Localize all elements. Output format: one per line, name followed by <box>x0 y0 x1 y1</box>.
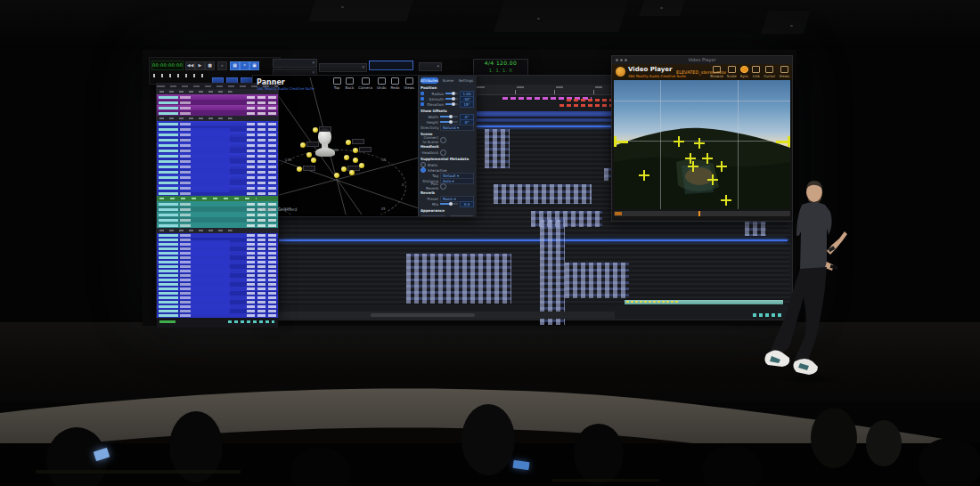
video-toolbar-button[interactable]: Views <box>779 66 789 78</box>
panner-toolbar-button[interactable]: Redo <box>390 77 399 90</box>
playhead-marker[interactable] <box>698 211 700 216</box>
audio-object-sphere[interactable] <box>297 166 302 172</box>
toggle[interactable] <box>440 150 446 156</box>
slider[interactable] <box>440 116 458 117</box>
snap-toggle-button[interactable]: ▣ <box>249 61 259 70</box>
audio-object-sphere[interactable] <box>311 158 316 163</box>
grid-dropdown[interactable]: ▾ <box>419 62 442 71</box>
group-teal <box>157 196 278 228</box>
slider[interactable] <box>440 203 458 205</box>
zoom-icon[interactable] <box>625 59 627 61</box>
tool-icon <box>740 66 748 73</box>
slider[interactable] <box>445 98 458 100</box>
panner-toolbar-button[interactable]: Views <box>404 77 414 90</box>
slider[interactable] <box>440 121 458 123</box>
preset-dropdown[interactable]: ▾ <box>273 59 317 68</box>
object-crosshair-marker[interactable] <box>721 195 731 206</box>
inspector-tab[interactable]: Settings <box>458 77 474 84</box>
audio-object-sphere[interactable] <box>353 158 358 163</box>
audio-object-sphere[interactable] <box>359 163 364 168</box>
field-label: Preset <box>421 197 438 201</box>
grid-toggle-button[interactable]: ▦ <box>230 61 240 70</box>
audio-object-sphere[interactable] <box>353 148 358 153</box>
panner-window: Panner 360 Reality Audio Creative Suite … <box>252 75 477 217</box>
video-toolbar-button[interactable]: Cursor <box>764 66 775 78</box>
audio-object-sphere[interactable] <box>341 166 347 172</box>
field-label: Connect to Scene <box>421 135 438 144</box>
object-crosshair-marker[interactable] <box>707 174 718 185</box>
object-crosshair-marker[interactable] <box>694 138 705 149</box>
zoom-tool-button[interactable]: ⌕ <box>217 61 227 70</box>
stop-button[interactable]: ■ <box>205 61 215 70</box>
object-crosshair-marker[interactable] <box>688 161 698 172</box>
clip-cluster[interactable] <box>540 220 565 325</box>
audio-region-bar[interactable] <box>625 300 783 304</box>
panner-toolbar-button[interactable]: Undo <box>377 77 386 90</box>
dropdown[interactable]: Natural ▾ <box>440 125 474 131</box>
enable-checkbox[interactable] <box>421 92 424 95</box>
audio-object-sphere[interactable] <box>300 142 306 148</box>
dropdown[interactable]: Auto ▾ <box>440 178 474 184</box>
audio-object-sphere[interactable] <box>306 152 312 158</box>
inspector-footer-button[interactable]: Reset <box>421 215 446 216</box>
audio-object-sphere[interactable] <box>334 173 339 178</box>
panner-toolbar-button[interactable]: Back <box>346 77 355 90</box>
video-player-title: Video Player <box>628 66 673 73</box>
selection-field[interactable] <box>369 61 413 70</box>
clip-cluster[interactable] <box>565 263 629 298</box>
video-window-titlebar[interactable]: Video Player <box>612 56 792 64</box>
slider[interactable] <box>445 93 458 94</box>
inspector-tab[interactable]: Scene <box>440 77 456 84</box>
video-toolbar-button[interactable]: Scale <box>727 66 737 78</box>
enable-checkbox[interactable] <box>421 97 424 101</box>
panner-toolbar-button[interactable]: Top <box>333 77 341 90</box>
edge-wrap-marker[interactable] <box>614 136 628 147</box>
close-icon[interactable] <box>616 59 618 61</box>
automation-toggle-button[interactable]: ✧ <box>240 61 249 70</box>
clip-cluster[interactable] <box>485 129 510 168</box>
object-label-tag <box>347 166 360 171</box>
inspector-tab[interactable]: Attributes <box>421 77 438 84</box>
selection-status: 1 Object Selected <box>257 207 297 212</box>
value-chip[interactable]: 15° <box>460 101 474 108</box>
video-toolbar: BrowseScaleSyncLinkCursorViews <box>710 66 789 78</box>
edge-wrap-marker[interactable] <box>776 136 790 147</box>
clip-cluster[interactable] <box>494 184 592 204</box>
library-dropdown[interactable]: ▾ <box>319 63 367 72</box>
panner-toolbar-button[interactable]: Camera <box>358 77 372 90</box>
audio-object-sphere[interactable] <box>346 140 351 145</box>
clip-cluster[interactable] <box>406 254 511 304</box>
seat-row-edge <box>36 470 241 474</box>
inspector-section-header: Reverb <box>421 190 474 195</box>
object-crosshair-marker[interactable] <box>639 170 649 181</box>
slider[interactable] <box>445 103 458 105</box>
window-traffic-lights[interactable] <box>616 59 627 61</box>
audio-object-sphere[interactable] <box>313 127 318 133</box>
object-crosshair-marker[interactable] <box>716 161 727 172</box>
minimize-icon[interactable] <box>620 59 623 61</box>
play-button[interactable]: ▶ <box>195 61 205 70</box>
toggle[interactable] <box>440 137 446 143</box>
rewind-button[interactable]: ◀◀ <box>185 61 195 70</box>
horizontal-scrollbar[interactable] <box>265 312 615 319</box>
audio-object-sphere[interactable] <box>349 170 355 175</box>
video-toolbar-button[interactable]: Browse <box>710 66 723 78</box>
audience-head <box>574 424 624 484</box>
field-label: Elevation <box>426 102 444 107</box>
toggle[interactable] <box>440 183 446 190</box>
video-toolbar-button[interactable]: Sync <box>740 66 749 78</box>
ceiling <box>0 0 980 49</box>
object-crosshair-marker[interactable] <box>674 136 684 147</box>
inspector-footer-button[interactable]: Apply <box>449 215 475 216</box>
enable-checkbox[interactable] <box>421 102 424 106</box>
group-blue-1 <box>157 116 278 196</box>
object-label-tag <box>303 166 315 171</box>
audio-object-sphere[interactable] <box>344 155 349 160</box>
stage-light-glint <box>660 7 663 9</box>
tool-icon <box>713 66 721 73</box>
video-toolbar-button[interactable]: Link <box>752 66 760 78</box>
object-crosshair-marker[interactable] <box>702 153 713 164</box>
stage-light-glint <box>790 25 793 27</box>
truss-shape <box>761 11 811 34</box>
value-chip[interactable]: 0.0 <box>460 201 474 207</box>
